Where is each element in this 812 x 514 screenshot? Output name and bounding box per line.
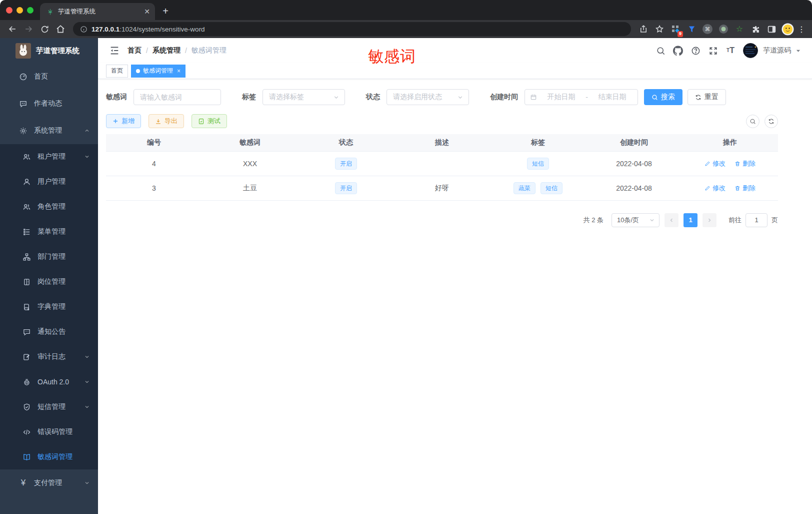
cell-create-time: 2022-04-08 xyxy=(586,176,682,200)
search-button[interactable]: 搜索 xyxy=(644,89,682,105)
col-tags: 标签 xyxy=(490,134,586,151)
site-info-icon[interactable] xyxy=(80,26,88,33)
tag-home[interactable]: 首页 xyxy=(106,65,128,78)
sidebar-item-pay[interactable]: ¥ 支付管理 xyxy=(0,469,98,496)
extension-recorder-icon[interactable] xyxy=(716,22,731,37)
page-number-1[interactable]: 1 xyxy=(684,213,698,227)
search-icon[interactable] xyxy=(656,46,666,56)
chevron-down-icon xyxy=(649,217,655,223)
chevron-down-icon xyxy=(84,154,90,160)
forward-button[interactable] xyxy=(21,22,36,37)
delete-link[interactable]: 删除 xyxy=(734,184,756,193)
reset-button[interactable]: 重置 xyxy=(688,89,726,105)
add-button[interactable]: 新增 xyxy=(106,114,141,128)
browser-tab[interactable]: 芋道管理系统 ✕ xyxy=(40,3,155,20)
date-range-picker[interactable]: 开始日期 - 结束日期 xyxy=(524,89,638,105)
tag-select[interactable]: 请选择标签 xyxy=(262,89,345,105)
reload-button[interactable] xyxy=(37,22,52,37)
browser-menu-icon[interactable]: ⋮ xyxy=(796,25,807,34)
window-zoom-button[interactable] xyxy=(27,7,34,14)
sidebar-item-system[interactable]: 系统管理 xyxy=(0,117,98,144)
pagination-total: 共 2 条 xyxy=(584,216,604,225)
sidebar-logo-row[interactable]: 芋道管理系统 xyxy=(0,38,98,63)
extension-command-icon[interactable]: ⌘ xyxy=(700,22,715,37)
action-toolbar: 新增 导出 测试 xyxy=(106,114,778,128)
end-date-placeholder: 结束日期 xyxy=(592,93,632,102)
next-page-button[interactable] xyxy=(702,213,716,227)
sidebar-item-menu[interactable]: 菜单管理 xyxy=(0,219,98,244)
tag-sensitive-word[interactable]: 敏感词管理 × xyxy=(131,65,186,78)
chevron-down-icon xyxy=(84,404,90,410)
prev-page-button[interactable] xyxy=(664,213,678,227)
back-button[interactable] xyxy=(5,22,20,37)
extension-badge: 9 xyxy=(678,31,683,37)
sidebar-item-notice[interactable]: 通知公告 xyxy=(0,319,98,344)
help-icon[interactable] xyxy=(690,46,700,56)
tag-close-icon[interactable]: × xyxy=(177,68,180,75)
test-button[interactable]: 测试 xyxy=(192,114,227,128)
sidebar-item-oauth[interactable]: OAuth 2.0 xyxy=(0,369,98,394)
page-size-select[interactable]: 10条/页 xyxy=(612,213,660,227)
sidebar-item-sms[interactable]: 短信管理 xyxy=(0,394,98,419)
table-refresh-button[interactable] xyxy=(764,115,778,128)
home-button[interactable] xyxy=(53,22,68,37)
status-tag: 开启 xyxy=(335,182,357,194)
keyword-label: 敏感词 xyxy=(106,93,127,102)
table-search-button[interactable] xyxy=(746,115,760,128)
oauth-robot-icon xyxy=(22,378,31,386)
sidebar-item-tenant[interactable]: 租户管理 xyxy=(0,144,98,169)
status-select[interactable]: 请选择启用状态 xyxy=(386,89,469,105)
share-icon[interactable] xyxy=(636,22,651,37)
goto-page-input[interactable] xyxy=(746,213,768,227)
search-icon xyxy=(652,94,658,101)
sidebar-item-dict[interactable]: 字典管理 xyxy=(0,294,98,319)
caret-down-icon[interactable] xyxy=(796,48,801,54)
tab-close-icon[interactable]: ✕ xyxy=(144,8,150,15)
refresh-icon xyxy=(768,118,774,125)
keyword-input[interactable] xyxy=(134,89,221,105)
sidebar-item-post[interactable]: 岗位管理 xyxy=(0,269,98,294)
user-name: 芋道源码 xyxy=(763,46,791,55)
sidebar-item-dept[interactable]: 部门管理 xyxy=(0,244,98,269)
github-icon[interactable] xyxy=(673,46,683,56)
extensions-puzzle-icon[interactable] xyxy=(748,22,763,37)
edit-link[interactable]: 修改 xyxy=(704,159,726,168)
sidebar-item-author[interactable]: 作者动态 xyxy=(0,90,98,117)
sidebar-fold-icon[interactable] xyxy=(109,45,120,56)
url-host: 127.0.0.1 xyxy=(92,26,120,33)
delete-link[interactable]: 删除 xyxy=(734,159,756,168)
audit-edit-icon xyxy=(22,353,31,361)
fullscreen-icon[interactable] xyxy=(708,46,718,56)
extension-star-icon[interactable]: ☆ xyxy=(732,22,747,37)
status-label: 状态 xyxy=(366,93,380,102)
new-tab-button[interactable]: + xyxy=(158,4,173,19)
sidebar-item-home[interactable]: 首页 xyxy=(0,63,98,90)
annotation-sensitive-word: 敏感词 xyxy=(368,46,416,67)
role-users-icon xyxy=(22,203,31,211)
window-minimize-button[interactable] xyxy=(16,7,23,14)
sidebar-item-user[interactable]: 用户管理 xyxy=(0,169,98,194)
font-size-icon[interactable]: TT xyxy=(726,46,736,56)
breadcrumb-home[interactable]: 首页 xyxy=(128,46,142,55)
window-close-button[interactable] xyxy=(6,7,12,14)
filter-form: 敏感词 标签 请选择标签 状态 请选择启用状态 xyxy=(106,89,778,105)
col-status: 状态 xyxy=(298,134,394,151)
create-time-label: 创建时间 xyxy=(490,93,518,102)
sidebar-item-sensitive-word[interactable]: 敏感词管理 xyxy=(0,444,98,469)
sidebar-item-role[interactable]: 角色管理 xyxy=(0,194,98,219)
sidebar-toggle-icon[interactable] xyxy=(764,22,779,37)
sensitive-word-table: 编号 敏感词 状态 描述 标签 创建时间 操作 4 XXX 开启 xyxy=(106,134,778,201)
extension-funnel-icon[interactable] xyxy=(684,22,699,37)
breadcrumb-system[interactable]: 系统管理 xyxy=(152,46,180,55)
sidebar-item-error-code[interactable]: 错误码管理 xyxy=(0,419,98,444)
export-button[interactable]: 导出 xyxy=(148,114,184,128)
url-bar[interactable]: 127.0.0.1:1024/system/sensitive-word xyxy=(73,22,631,36)
col-word: 敏感词 xyxy=(202,134,298,151)
edit-link[interactable]: 修改 xyxy=(704,184,726,193)
user-avatar[interactable] xyxy=(743,43,758,58)
extension-grid-icon[interactable]: 9 xyxy=(668,22,683,37)
profile-avatar-emoji[interactable] xyxy=(780,22,795,37)
tag-pill: 短信 xyxy=(540,182,562,194)
bookmark-star-icon[interactable] xyxy=(652,22,667,37)
sidebar-item-audit[interactable]: 审计日志 xyxy=(0,344,98,369)
